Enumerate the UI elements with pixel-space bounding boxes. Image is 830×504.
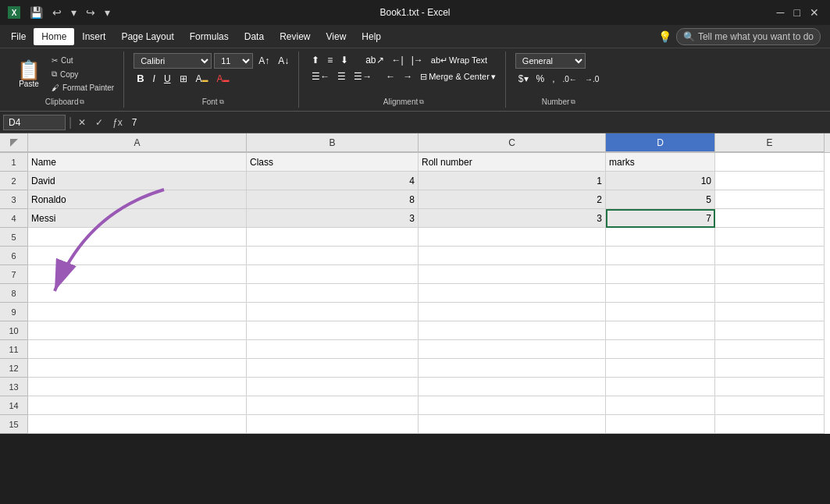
- cell-a15[interactable]: [28, 415, 247, 434]
- cell-c1[interactable]: Roll number: [419, 153, 606, 172]
- dollar-button[interactable]: $▾: [515, 72, 532, 86]
- col-header-d[interactable]: D: [606, 133, 715, 152]
- row-header-5[interactable]: 5: [0, 228, 28, 247]
- percent-button[interactable]: %: [533, 72, 548, 86]
- cell-d10[interactable]: [606, 321, 715, 340]
- cell-b6[interactable]: [247, 247, 419, 265]
- cell-e8[interactable]: [715, 284, 825, 303]
- indent-increase-button[interactable]: |→: [408, 53, 426, 67]
- row-header-4[interactable]: 4: [0, 209, 28, 228]
- col-header-c[interactable]: C: [419, 133, 606, 152]
- tell-me-input[interactable]: 🔍 Tell me what you want to do: [676, 28, 821, 45]
- cell-c2[interactable]: 1: [419, 172, 606, 190]
- cell-d13[interactable]: [606, 378, 715, 396]
- row-header-3[interactable]: 3: [0, 190, 28, 209]
- menu-page-layout[interactable]: Page Layout: [113, 28, 181, 45]
- confirm-formula-icon[interactable]: ✓: [92, 115, 106, 130]
- cell-b12[interactable]: [247, 359, 419, 378]
- cell-a13[interactable]: [28, 378, 247, 396]
- redo-button[interactable]: ↪: [83, 5, 98, 20]
- cell-b1[interactable]: Class: [247, 153, 419, 172]
- row-header-2[interactable]: 2: [0, 172, 28, 190]
- cell-e13[interactable]: [715, 378, 825, 396]
- cell-d3[interactable]: 5: [606, 190, 715, 209]
- decrease-decimal-button[interactable]: .0←: [560, 73, 580, 85]
- cell-b14[interactable]: [247, 396, 419, 415]
- cell-e1[interactable]: [715, 153, 825, 172]
- row-header-1[interactable]: 1: [0, 153, 28, 172]
- cell-d7[interactable]: [606, 265, 715, 284]
- align-bottom-button[interactable]: ⬇: [337, 53, 351, 67]
- cell-a4[interactable]: Messi: [28, 209, 247, 228]
- cell-e9[interactable]: [715, 303, 825, 321]
- col-header-a[interactable]: A: [28, 133, 247, 152]
- wrap-text-button[interactable]: ab↵ Wrap Text: [428, 54, 490, 67]
- paste-button[interactable]: 📋 Paste: [12, 58, 45, 91]
- name-box[interactable]: [3, 115, 66, 130]
- cell-d2[interactable]: 10: [606, 172, 715, 190]
- align-left-button[interactable]: ☰←: [308, 69, 333, 83]
- cell-c12[interactable]: [419, 359, 606, 378]
- cell-a2[interactable]: David: [28, 172, 247, 190]
- cell-c15[interactable]: [419, 415, 606, 434]
- cell-a11[interactable]: [28, 340, 247, 359]
- increase-decimal-button[interactable]: →.0: [582, 73, 602, 85]
- row-header-6[interactable]: 6: [0, 247, 28, 265]
- corner-cell[interactable]: [0, 133, 28, 152]
- cell-c7[interactable]: [419, 265, 606, 284]
- border-button[interactable]: ⊞: [176, 72, 191, 86]
- formula-input[interactable]: [129, 115, 827, 130]
- merge-center-button[interactable]: ⊟ Merge & Center ▾: [417, 70, 499, 83]
- cell-d1[interactable]: marks: [606, 153, 715, 172]
- menu-insert[interactable]: Insert: [74, 28, 113, 45]
- minimize-button[interactable]: ─: [774, 5, 788, 20]
- cell-d11[interactable]: [606, 340, 715, 359]
- cell-e12[interactable]: [715, 359, 825, 378]
- cell-d4[interactable]: 7: [606, 209, 715, 228]
- insert-function-icon[interactable]: ƒx: [109, 115, 126, 130]
- cell-b13[interactable]: [247, 378, 419, 396]
- cell-c14[interactable]: [419, 396, 606, 415]
- cell-b4[interactable]: 3: [247, 209, 419, 228]
- cell-d14[interactable]: [606, 396, 715, 415]
- menu-formulas[interactable]: Formulas: [182, 28, 237, 45]
- cell-d15[interactable]: [606, 415, 715, 434]
- format-painter-button[interactable]: 🖌 Format Painter: [48, 82, 117, 94]
- maximize-button[interactable]: □: [791, 5, 803, 20]
- align-top-button[interactable]: ⬆: [308, 53, 322, 67]
- undo-button[interactable]: ↩: [49, 5, 65, 20]
- cell-b2[interactable]: 4: [247, 172, 419, 190]
- save-button[interactable]: 💾: [27, 5, 46, 20]
- orientation-button[interactable]: ab↗: [362, 53, 387, 67]
- font-expand[interactable]: ⧉: [219, 98, 224, 106]
- font-name-select[interactable]: Calibri: [134, 53, 212, 69]
- customize-quick-access[interactable]: ▾: [102, 5, 113, 20]
- cell-e10[interactable]: [715, 321, 825, 340]
- row-header-11[interactable]: 11: [0, 340, 28, 359]
- font-color-button[interactable]: A▬: [214, 72, 233, 86]
- cell-e6[interactable]: [715, 247, 825, 265]
- align-right-button[interactable]: ☰→: [351, 69, 375, 83]
- cancel-formula-icon[interactable]: ✕: [75, 115, 89, 130]
- cell-a14[interactable]: [28, 396, 247, 415]
- cell-d8[interactable]: [606, 284, 715, 303]
- cell-c11[interactable]: [419, 340, 606, 359]
- cell-a9[interactable]: [28, 303, 247, 321]
- align-middle-button[interactable]: ≡: [324, 53, 336, 67]
- menu-file[interactable]: File: [3, 28, 34, 45]
- align-center-button[interactable]: ☰: [334, 69, 349, 83]
- cell-c8[interactable]: [419, 284, 606, 303]
- alignment-expand[interactable]: ⧉: [419, 98, 424, 106]
- menu-data[interactable]: Data: [237, 28, 272, 45]
- cell-d5[interactable]: [606, 228, 715, 247]
- cell-e4[interactable]: [715, 209, 825, 228]
- decrease-font-button[interactable]: A↓: [275, 54, 292, 68]
- cell-b5[interactable]: [247, 228, 419, 247]
- row-header-13[interactable]: 13: [0, 378, 28, 396]
- cell-a1[interactable]: Name: [28, 153, 247, 172]
- cell-c6[interactable]: [419, 247, 606, 265]
- decrease-indent-button[interactable]: ←: [383, 69, 398, 83]
- cell-c4[interactable]: 3: [419, 209, 606, 228]
- underline-button[interactable]: U: [161, 72, 174, 86]
- cell-b8[interactable]: [247, 284, 419, 303]
